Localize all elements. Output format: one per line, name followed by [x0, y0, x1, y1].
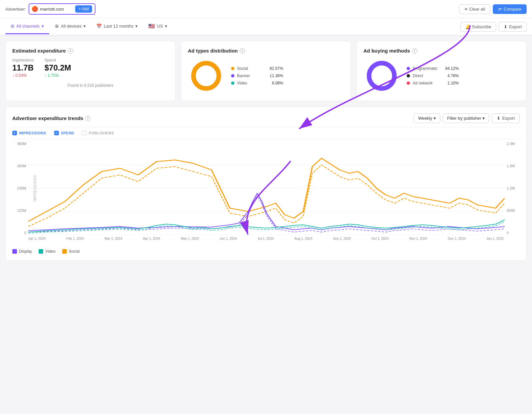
all-devices-filter[interactable]: 🖥 All devices ▾	[49, 19, 91, 34]
list-item: Social 82.57%	[231, 66, 283, 71]
y-axis-right-0: 0	[507, 231, 509, 235]
social-legend-item: Social	[62, 249, 80, 254]
devices-icon: 🖥	[55, 24, 59, 29]
social-color-box	[62, 249, 67, 254]
expenditure-card: Estimated expenditure i Impressions 11.7…	[5, 41, 176, 101]
country-filter[interactable]: 🇺🇸 US ▾	[143, 18, 173, 35]
advertiser-logo-icon	[32, 6, 38, 12]
clear-all-button[interactable]: ✕ Clear all	[459, 4, 490, 14]
impressions-metric: Impressions 11.7B ↓ 0.54%	[12, 58, 34, 78]
y-axis-left-0: 0	[24, 231, 26, 235]
add-advertiser-button[interactable]: + Add	[75, 5, 92, 13]
checkbox-unchecked-icon	[82, 131, 87, 135]
y-axis-right-600k: 600K	[507, 208, 515, 212]
filter-by-publisher-button[interactable]: Filter by publisher ▾	[443, 113, 489, 123]
impressions-value: 11.7B	[12, 63, 34, 72]
trends-chart	[28, 142, 505, 235]
ad-types-title: Ad types distribution	[188, 48, 238, 54]
list-item: Banner 11.36%	[231, 73, 283, 78]
y-axis-left-360m: 360M	[17, 164, 26, 168]
video-legend-item: Video	[39, 249, 55, 254]
y-axis-left-480m: 480M	[17, 142, 26, 146]
chart-checkboxes: ✓ IMPRESSIONS ✓ SPEND PUBLISHERS	[12, 127, 520, 139]
svg-point-7	[371, 66, 392, 86]
checkbox-checked-icon: ✓	[12, 131, 17, 135]
impressions-checkbox[interactable]: ✓ IMPRESSIONS	[12, 131, 46, 135]
trends-title: Advertiser expenditure trends	[12, 115, 83, 121]
bell-icon: 🔔	[465, 24, 470, 29]
ad-buying-donut-chart	[363, 58, 400, 94]
trends-export-button[interactable]: ⬇ Export	[492, 113, 520, 123]
chevron-down-icon: ▾	[482, 116, 485, 121]
spend-value: $70.2M	[45, 63, 71, 72]
chart-legend: Display Video Social	[12, 246, 520, 254]
spend-change: ↑ 1.75%	[45, 73, 71, 78]
all-channels-filter[interactable]: ⊞ All channels ▾	[5, 19, 49, 34]
svg-point-3	[196, 66, 216, 86]
video-color-box	[39, 249, 43, 254]
chevron-down-icon: ▾	[135, 24, 138, 29]
publishers-checkbox[interactable]: PUBLISHERS	[82, 131, 114, 135]
display-impressions-line	[28, 193, 505, 231]
y-axis-left-120m: 120M	[17, 208, 26, 212]
chevron-down-icon: ▾	[434, 116, 436, 121]
social-spend-line	[28, 165, 505, 226]
calendar-icon: 📅	[96, 24, 102, 29]
ad-buying-card: Ad buying methods i	[356, 41, 527, 101]
list-item: Ad network 1.10%	[407, 81, 459, 85]
trends-info-icon[interactable]: i	[85, 116, 90, 121]
checkbox-checked-icon: ✓	[54, 131, 59, 135]
ad-types-legend: Social 82.57% Banner 11.36% Video 6.08%	[231, 66, 283, 85]
ad-buying-legend: Programmatic 94.12% Direct 4.78% Ad netw…	[407, 66, 459, 85]
spend-label: Spend	[45, 58, 56, 63]
direct-dot	[407, 74, 410, 77]
flag-icon: 🇺🇸	[148, 23, 155, 29]
x-axis-labels: Jan 1, 2024 Feb 1, 2024 Mar 1, 2024 Apr …	[12, 235, 520, 240]
list-item: Video 6.08%	[231, 81, 283, 85]
display-legend-item: Display	[12, 249, 32, 254]
impressions-label: Impressions	[12, 58, 34, 63]
expenditure-info-icon[interactable]: i	[68, 48, 73, 54]
subscribe-button[interactable]: 🔔 Subscribe	[460, 22, 496, 32]
y-axis-impressions-label: IMPRESSIONS	[33, 175, 37, 202]
advertiser-label: Advertiser:	[5, 7, 26, 12]
programmatic-dot	[407, 67, 410, 70]
download-icon: ⬇	[497, 116, 500, 121]
ad-buying-info-icon[interactable]: i	[412, 48, 417, 54]
publishers-note: Found in 6,516 publishers	[12, 83, 169, 88]
display-color-box	[12, 249, 17, 254]
close-icon: ✕	[464, 7, 468, 12]
banner-dot	[231, 74, 234, 77]
spend-metric: Spend $70.2M ↑ 1.75%	[45, 58, 71, 78]
export-button[interactable]: ⬇ Export	[499, 22, 527, 32]
adnetwork-dot	[407, 81, 410, 85]
expenditure-title: Estimated expenditure	[12, 48, 66, 54]
impressions-change: ↓ 0.54%	[12, 73, 34, 78]
compare-button[interactable]: ⇄ Compare	[493, 4, 527, 14]
chevron-down-icon: ▾	[42, 24, 44, 29]
video-dot	[231, 81, 234, 85]
channels-icon: ⊞	[11, 24, 14, 29]
date-range-filter[interactable]: 📅 Last 12 months ▾	[91, 19, 143, 34]
y-axis-left-240m: 240M	[17, 186, 26, 190]
y-axis-right-18m: 1.8M	[507, 164, 515, 168]
ad-buying-title: Ad buying methods	[363, 48, 410, 54]
list-item: Programmatic 94.12%	[407, 66, 459, 71]
spend-checkbox[interactable]: ✓ SPEND	[54, 131, 74, 135]
y-axis-right-12m: 1.2M	[507, 186, 515, 190]
download-icon: ⬇	[504, 24, 507, 29]
advertiser-input-wrap: + Add	[29, 3, 95, 15]
ad-types-donut-chart	[188, 58, 224, 94]
trends-card: Advertiser expenditure trends i Weekly ▾…	[5, 106, 527, 261]
ad-types-card: Ad types distribution i	[181, 41, 351, 101]
y-axis-right-24m: 2.4M	[507, 142, 515, 146]
chevron-down-icon: ▾	[165, 24, 167, 29]
compare-icon: ⇄	[498, 7, 502, 12]
chevron-down-icon: ▾	[83, 24, 86, 29]
list-item: Direct 4.78%	[407, 73, 459, 78]
advertiser-input[interactable]	[40, 7, 73, 12]
ad-types-info-icon[interactable]: i	[240, 48, 245, 54]
weekly-dropdown[interactable]: Weekly ▾	[414, 113, 440, 123]
social-dot	[231, 67, 234, 70]
